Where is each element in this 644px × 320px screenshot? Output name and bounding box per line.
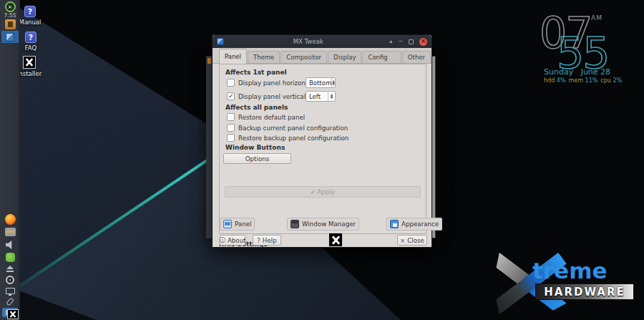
volume-button[interactable]	[0, 241, 20, 249]
checkbox-label: Display panel vertically	[238, 93, 311, 100]
logo-hardware-banner: HARDWARE	[535, 283, 634, 300]
checkbox-label: Restore backup panel configuration	[238, 135, 348, 142]
xtreme-hardware-logo: treme HARDWARE	[481, 246, 638, 314]
clock-stats: hdd 4%mem 11%cpu 2%	[544, 77, 625, 84]
minimize-button[interactable]: −	[398, 39, 403, 44]
display-settings-button[interactable]	[0, 288, 20, 294]
help-label: Help	[263, 237, 277, 244]
firefox-icon	[5, 214, 16, 225]
tab-compositor[interactable]: Compositor	[280, 51, 327, 63]
mx-tweak-window: MX Tweak ▴ − × Panel Theme Compositor Di…	[212, 34, 432, 248]
tab-display[interactable]: Display	[328, 51, 361, 63]
tab-config-options[interactable]: Config Options	[362, 51, 401, 63]
mx-logo-button[interactable]	[7, 309, 19, 319]
backup-config-checkbox[interactable]	[227, 124, 235, 132]
xfce-panel-button[interactable]: Panel	[220, 218, 255, 231]
spinner-arrows-icon[interactable]: ▲▼	[328, 92, 335, 101]
stat-hdd-label: hdd	[544, 77, 555, 84]
clipboard-button[interactable]	[0, 298, 20, 306]
spinner-value: Left	[306, 93, 328, 100]
vertical-position-spinner[interactable]: Left ▲▼	[306, 91, 336, 102]
disc-icon	[6, 276, 14, 284]
close-label: Close	[407, 237, 424, 244]
restore-backup-row: Restore backup panel configuration	[227, 134, 348, 142]
close-x-icon: ×	[400, 237, 405, 244]
section-affects-all-panels: Affects all panels	[225, 104, 288, 111]
mx-ring-icon: ×	[5, 1, 16, 12]
toolbox-icon	[5, 19, 16, 29]
appearance-icon	[390, 220, 399, 228]
spinner-value: Bottom	[306, 79, 331, 87]
tab-theme[interactable]: Theme	[248, 51, 280, 63]
window-app-icon	[217, 38, 224, 45]
package-manager-launcher[interactable]	[0, 253, 20, 262]
file-manager-launcher[interactable]	[0, 228, 20, 236]
mx-tools-button[interactable]	[0, 19, 20, 29]
button-label: Window Manager	[302, 220, 356, 228]
stat-mem-label: mem	[568, 77, 583, 84]
backup-config-row: Backup current panel configuration	[227, 124, 348, 132]
button-label: Panel	[235, 220, 251, 228]
mx-menu-button[interactable]: ×	[0, 1, 20, 12]
xfce-appearance-button[interactable]: Appearance	[386, 218, 442, 231]
logo-word-hardware: HARDWARE	[544, 286, 625, 299]
apply-label: Apply	[318, 188, 336, 195]
question-icon: ?	[257, 237, 260, 244]
check-icon: ✔	[311, 189, 316, 195]
xfce-vertical-panel: × 7:55	[0, 0, 20, 320]
paperclip-icon	[6, 297, 14, 306]
titlebar[interactable]: MX Tweak ▴ − ×	[213, 35, 431, 48]
tab-bar: Panel Theme Compositor Display Config Op…	[213, 48, 431, 64]
restore-default-row: Restore default panel	[227, 113, 305, 121]
active-task-highlight	[1, 31, 19, 43]
eject-button[interactable]	[0, 266, 20, 272]
clock-date: Sunday June 28	[544, 67, 610, 77]
info-icon: ⓘ	[219, 236, 225, 245]
green-app-icon	[6, 253, 15, 262]
close-window-button[interactable]: ×	[419, 38, 427, 46]
firefox-launcher[interactable]	[0, 214, 20, 225]
shade-button[interactable]: ▴	[389, 39, 392, 44]
spinner-arrows-icon[interactable]: ▲▼	[331, 78, 335, 87]
question-icon: ?	[24, 6, 36, 17]
window-title: MX Tweak	[227, 38, 389, 45]
vertical-panel-row: Display panel vertically	[227, 92, 311, 100]
stat-cpu-value: 2%	[613, 77, 622, 84]
horizontal-position-spinner[interactable]: Bottom ▲▼	[306, 77, 336, 88]
window-manager-icon	[291, 220, 299, 228]
panel-tab-frame: Affects 1st panel Display panel horizont…	[219, 64, 426, 234]
display-horizontally-checkbox[interactable]	[227, 79, 235, 87]
stat-mem-value: 11%	[585, 77, 598, 84]
mx-tweak-icon	[6, 33, 14, 42]
tab-panel[interactable]: Panel	[219, 49, 247, 64]
clock-ampm: AM	[591, 14, 602, 21]
options-button[interactable]: Options	[223, 153, 291, 164]
monitor-icon	[6, 288, 15, 294]
checkbox-label: Backup current panel configuration	[238, 125, 348, 132]
stat-hdd-value: 4%	[557, 77, 566, 84]
stat-cpu-label: cpu	[600, 77, 611, 84]
apply-button[interactable]: ✔ Apply	[225, 186, 421, 198]
tab-other[interactable]: Other	[402, 51, 431, 63]
active-task-button[interactable]	[0, 31, 20, 43]
mx-logo-icon	[7, 309, 19, 319]
restore-backup-checkbox[interactable]	[227, 134, 235, 142]
display-vertically-checkbox[interactable]	[227, 92, 235, 100]
close-button[interactable]: × Close	[397, 235, 427, 246]
panel-clock[interactable]: 7:55	[0, 12, 20, 19]
disk-utility-button[interactable]	[0, 276, 20, 284]
maximize-button[interactable]	[409, 39, 414, 44]
mx-logo-icon	[23, 56, 36, 69]
section-affects-1st-panel: Affects 1st panel	[225, 69, 287, 76]
xfce-window-manager-button[interactable]: Window Manager	[287, 218, 359, 231]
about-label: About	[228, 237, 246, 244]
restore-default-checkbox[interactable]	[227, 113, 235, 121]
button-label: Appearance	[401, 220, 439, 228]
clock-widget: 07 AM 55 Sunday June 28 hdd 4%mem 11%cpu…	[538, 7, 631, 86]
panel-icon	[223, 220, 232, 228]
section-window-buttons: Window Buttons	[225, 144, 285, 151]
about-button[interactable]: ⓘ About	[220, 235, 245, 246]
help-button[interactable]: ? Help	[253, 235, 281, 246]
eject-icon	[6, 266, 14, 272]
speaker-icon	[6, 241, 15, 249]
